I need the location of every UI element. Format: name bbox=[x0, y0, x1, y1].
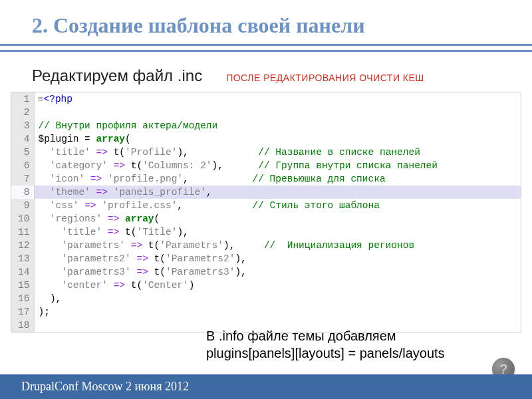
code-line: 10 'regions' => array( bbox=[11, 212, 521, 225]
code-content: 'category' => t('Columns: 2'), // Группа… bbox=[34, 159, 521, 172]
code-line: 4$plugin = array( bbox=[11, 132, 521, 146]
slide-title: 2. Создание шаблона своей панели bbox=[32, 12, 505, 39]
sub-title: Редактируем файл .inc bbox=[32, 66, 202, 85]
footer: DrupalConf Moscow 2 июня 2012 bbox=[0, 374, 532, 399]
code-content: 'parametrs3' => t('Parametrs3'), bbox=[34, 265, 521, 279]
line-number: 15 bbox=[11, 279, 34, 292]
code-line: 13 'parametrs2' => t('Parametrs2'), bbox=[11, 252, 521, 265]
code-line: 11 'title' => t('Title'), bbox=[11, 225, 521, 239]
code-content: 'css' => 'profile.css', // Стиль этого ш… bbox=[34, 199, 521, 212]
sub-header: Редактируем файл .inc ПОСЛЕ РЕДАКТИРОВАН… bbox=[0, 52, 532, 92]
code-line: 15 'center' => t('Center') bbox=[11, 279, 521, 292]
code-line: 1⊟<?php bbox=[11, 92, 521, 106]
code-content: 'icon' => 'profile.png', // Превьюшка дл… bbox=[34, 172, 521, 186]
overlay-note-line1: В .info файле темы добавляем bbox=[206, 327, 445, 344]
code-line: 12 'parametrs' => t('Parametrs'), // Ини… bbox=[11, 239, 521, 252]
code-line: 3// Внутри профиля актера/модели bbox=[11, 119, 521, 132]
footer-text: DrupalConf Moscow 2 июня 2012 bbox=[21, 380, 189, 393]
line-number: 16 bbox=[11, 292, 34, 305]
line-number: 11 bbox=[11, 225, 34, 239]
line-number: 6 bbox=[11, 159, 34, 172]
line-number: 3 bbox=[11, 119, 34, 132]
code-content: 'title' => t('Title'), bbox=[34, 225, 521, 239]
code-content: 'parametrs' => t('Parametrs'), // Инициа… bbox=[34, 239, 521, 252]
line-number: 14 bbox=[11, 265, 34, 279]
code-content: 'parametrs2' => t('Parametrs2'), bbox=[34, 252, 521, 265]
code-content: $plugin = array( bbox=[34, 132, 521, 146]
code-line: 6 'category' => t('Columns: 2'), // Груп… bbox=[11, 159, 521, 172]
fold-marker-icon[interactable]: ⊟ bbox=[39, 92, 44, 106]
code-line: 9 'css' => 'profile.css', // Стиль этого… bbox=[11, 199, 521, 212]
slide: 2. Создание шаблона своей панели Редакти… bbox=[0, 0, 532, 399]
line-number: 8 bbox=[11, 186, 34, 199]
code-content bbox=[34, 106, 521, 119]
code-content: ⊟<?php bbox=[34, 92, 521, 106]
line-number: 12 bbox=[11, 239, 34, 252]
code-content: ), bbox=[34, 292, 521, 305]
code-content: // Внутри профиля актера/модели bbox=[34, 119, 521, 132]
line-number: 2 bbox=[11, 106, 34, 119]
overlay-note-line2: plugins[panels][layouts] = panels/layout… bbox=[206, 344, 445, 362]
line-number: 7 bbox=[11, 172, 34, 186]
line-number: 9 bbox=[11, 199, 34, 212]
code-line: 8 'theme' => 'panels_profile', bbox=[11, 186, 521, 199]
line-number: 10 bbox=[11, 212, 34, 225]
code-content: ); bbox=[34, 305, 521, 319]
code-editor: 1⊟<?php23// Внутри профиля актера/модели… bbox=[11, 92, 521, 332]
code-content: 'regions' => array( bbox=[34, 212, 521, 225]
code-content: 'theme' => 'panels_profile', bbox=[34, 186, 521, 199]
code-line: 16 ), bbox=[11, 292, 521, 305]
title-area: 2. Создание шаблона своей панели bbox=[0, 0, 532, 44]
code-line: 2 bbox=[11, 106, 521, 119]
line-number: 17 bbox=[11, 305, 34, 319]
line-number: 1 bbox=[11, 92, 34, 106]
overlay-note: В .info файле темы добавляем plugins[pan… bbox=[206, 327, 445, 362]
line-number: 18 bbox=[11, 319, 34, 332]
code-line: 5 'title' => t('Profile'), // Название в… bbox=[11, 146, 521, 159]
code-line: 14 'parametrs3' => t('Parametrs3'), bbox=[11, 265, 521, 279]
sub-warning: ПОСЛЕ РЕДАКТИРОВАНИЯ ОЧИСТИ КЕШ bbox=[226, 72, 424, 83]
code-content: 'center' => t('Center') bbox=[34, 279, 521, 292]
code-line: 7 'icon' => 'profile.png', // Превьюшка … bbox=[11, 172, 521, 186]
line-number: 4 bbox=[11, 132, 34, 146]
line-number: 5 bbox=[11, 146, 34, 159]
code-content: 'title' => t('Profile'), // Название в с… bbox=[34, 146, 521, 159]
code-line: 17); bbox=[11, 305, 521, 319]
line-number: 13 bbox=[11, 252, 34, 265]
